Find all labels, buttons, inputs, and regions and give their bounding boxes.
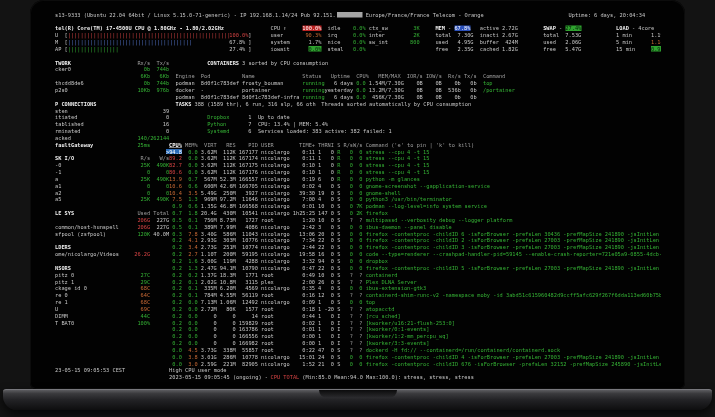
terminal-text: 6 [318,176,321,181]
terminal-text: Intel(R) Core(TM) i7-4500U CPU @ 1.80GHz… [55,26,224,31]
terminal-text: 0 [331,279,334,284]
terminal-text: 0 [331,156,334,161]
terminal-text: 0 [331,292,334,297]
terminal-text: 0 [147,183,150,188]
terminal-text: 0.2 [172,272,182,277]
terminal-text: 0.92 [651,46,661,51]
terminal-text: 0 [166,115,169,120]
terminal-text: 8d0f1c783def [201,80,239,85]
terminal-text: 200M [223,251,236,256]
terminal-text: nicolargo [261,245,290,250]
terminal-text: 0.2 [172,238,182,243]
terminal-text: S [337,286,340,291]
terminal-text: 2023-05-15 09:05:53 CEST [55,368,125,373]
terminal-text: 0 [350,149,353,154]
terminal-text: 0 [359,162,362,167]
terminal-text: 0:49 [302,272,315,277]
terminal-text: 0 [331,347,334,352]
terminal-text: 4569 [245,286,258,291]
terminal-text: 0b [144,67,150,72]
terminal-text: 0.2 [172,292,182,297]
terminal-text: 0 [331,238,334,243]
terminal-text: 3 [318,224,321,229]
terminal-text: 0.0 [188,299,198,304]
terminal-text: S [337,210,340,215]
terminal-text: total [543,33,559,38]
terminal-text: 0 [147,190,150,195]
terminal-text: ] [248,39,251,44]
terminal-text: R [337,162,340,167]
terminal-text: 0b [470,94,476,99]
terminal-text: CPU TOTAL [271,375,300,380]
terminal-text: root [261,327,274,332]
terminal-text: ibus-daemon --panel disable [366,224,452,229]
terminal-text: 0 [331,169,334,174]
terminal-text: ? [350,320,353,325]
terminal-text: 7.8 [188,231,198,236]
terminal-text: 2.72G [502,26,518,31]
terminal-text: Up to date [258,115,290,120]
terminal-text: 0.0% [309,46,322,51]
terminal-text: 0.9 [172,204,182,209]
terminal-text: 3.62M [201,149,217,154]
terminal-text: stress --cpu 4 -t 15 [366,149,430,154]
glances-terminal-window[interactable]: xps13-9333 (Ubuntu 22.04 64bit / Linux 5… [55,12,661,384]
terminal-text: 10.4 [169,190,182,195]
terminal-text: 0 [331,340,334,345]
terminal-text: 0B [416,87,422,92]
terminal-text: sw_int [369,39,388,44]
terminal-text: running [302,87,324,92]
terminal-text: nicolargo [261,265,290,270]
terminal-text: 13:06 [299,231,315,236]
terminal-text: 286M [223,354,236,359]
terminal-text: |||||||||||||||| [68,46,119,51]
terminal-text: 1.10T [201,251,217,256]
terminal-text: acpitz 1 [55,279,74,284]
terminal-text: 0 [331,272,334,277]
terminal-text: 389M [204,224,217,229]
terminal-text: ||||||||||||||||||||||||||||||||||||||| [68,39,192,44]
laptop-base [3,389,712,410]
terminal-text: firefox -contentproc -childID 4 -isForBr… [366,354,661,359]
terminal-text: 3.62M [201,156,217,161]
terminal-text: nicolargo [261,258,290,263]
terminal-text: acpitz 0 [55,272,74,277]
terminal-text: S [337,347,340,352]
terminal-text: 13.9 [169,176,182,181]
terminal-text: CPU [55,33,58,38]
terminal-text: 20.4G [201,210,217,215]
terminal-text: [kworker/1:2-mm_percpu_wq] [366,333,449,338]
terminal-text: 10774 [242,245,258,250]
terminal-text: 976b [156,87,169,92]
terminal-text: 0 [331,251,334,256]
terminal-text: 167175 [239,162,258,167]
terminal-text: 52.3M [220,176,236,181]
terminal-text: 0.2 [172,333,182,338]
terminal-text: 2023-05-15 09:05:45 (ongoing) - [169,375,268,380]
terminal-text: 744b [156,67,169,72]
terminal-text: - [201,87,204,92]
terminal-text: 167174 [239,156,258,161]
terminal-text: 0 [233,313,236,318]
terminal-text: 0.0 [188,313,198,318]
terminal-text: ? [359,327,362,332]
terminal-text: 0.0 [188,306,198,311]
terminal-text: 3115 [245,279,258,284]
terminal-text: 1.7% [309,39,322,44]
terminal-text: 2.47G [201,265,217,270]
terminal-text: 0B [416,80,422,85]
terminal-text: 0 [350,176,353,181]
terminal-text: atopacctd [366,306,395,311]
terminal-text: 0 [350,210,353,215]
terminal-text: 0.0 [188,333,198,338]
terminal-text: podman [175,80,194,85]
terminal-text: I [337,333,340,338]
terminal-text: Plex DLNA Server [366,279,417,284]
terminal-text: sda5 [55,197,61,202]
terminal-text: 47 [318,347,324,352]
terminal-text: nicolargo [261,149,290,154]
terminal-text: 3.0 [188,361,198,366]
terminal-text: 0 [350,224,353,229]
terminal-text: 0 [359,245,362,250]
terminal-text: 0:01 [302,204,315,209]
